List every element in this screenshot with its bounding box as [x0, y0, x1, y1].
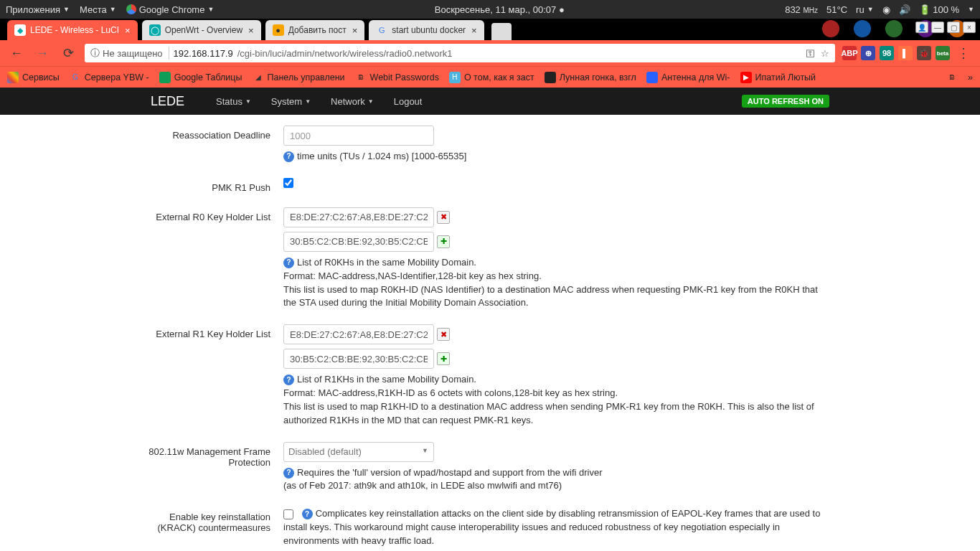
caret-down-icon: ▼: [368, 98, 374, 105]
delete-button[interactable]: ✖: [437, 211, 450, 224]
bookmark-item[interactable]: ◢Панель управлени: [253, 72, 345, 83]
browser-tab[interactable]: ◯ OpenWrt - Overview ×: [142, 20, 261, 40]
url-host: 192.168.117.9: [174, 48, 233, 59]
row-krack: Enable key reinstallation (KRACK) counte…: [147, 507, 833, 548]
url-input[interactable]: ⓘ Не защищено 192.168.117.9/cgi-bin/luci…: [85, 44, 835, 62]
new-tab-button[interactable]: [491, 23, 512, 40]
hint-r0: ?List of R0KHs in the same Mobility Doma…: [283, 256, 833, 310]
star-icon[interactable]: ☆: [821, 48, 829, 59]
favicon-icon: ●: [273, 24, 284, 36]
bookmark-item[interactable]: 🗎Webit Passwords: [355, 72, 439, 83]
tab-close-icon[interactable]: ×: [471, 25, 477, 36]
battery-icon[interactable]: 🔋 100 %: [919, 4, 960, 15]
ext-icon[interactable]: beta: [936, 46, 950, 60]
tab-title: LEDE - Wireless - LuCI: [30, 25, 119, 35]
chrome-menu-icon[interactable]: ⋮: [954, 44, 973, 62]
window-minimize-icon[interactable]: —: [931, 22, 944, 33]
ext-icon[interactable]: 🐞: [917, 46, 931, 60]
wifi-icon[interactable]: ◉: [882, 4, 890, 15]
chrome-profile-icon[interactable]: 👤: [915, 22, 928, 33]
chrome-icon: [126, 4, 136, 14]
tab-close-icon[interactable]: ×: [352, 25, 358, 36]
tab-title: OpenWrt - Overview: [165, 25, 242, 35]
caret-down-icon: ▼: [305, 98, 311, 105]
nav-system[interactable]: System ▼: [261, 96, 321, 107]
label-mfp: 802.11w Management Frame Protection: [147, 442, 283, 494]
input-reassoc[interactable]: [283, 126, 434, 146]
gnome-lang-menu[interactable]: ru ▼: [856, 4, 873, 15]
label-pmk: PMK R1 Push: [147, 178, 283, 193]
input-r1-1[interactable]: [283, 324, 434, 344]
nav-reload-button[interactable]: ⟳: [59, 44, 77, 62]
youtube-icon: ▶: [740, 72, 752, 83]
bookmark-item[interactable]: Антенна для Wi-: [646, 72, 730, 83]
gnome-temp: 51°C: [826, 4, 847, 15]
bookmark-item[interactable]: Google Таблицы: [159, 72, 242, 83]
input-r1-2[interactable]: [283, 349, 434, 369]
auto-refresh-badge[interactable]: AUTO REFRESH ON: [742, 95, 829, 108]
caret-down-icon: ▼: [110, 6, 116, 13]
bookmark-item[interactable]: 🗎: [946, 72, 958, 83]
bookmark-item[interactable]: HО том, как я заст: [449, 72, 534, 83]
browser-tab[interactable]: ● Добавить пост ×: [265, 20, 365, 40]
bookmark-item[interactable]: GСервера YBW -: [70, 72, 149, 83]
info-icon: ?: [283, 468, 294, 479]
antenna-icon: [646, 72, 658, 83]
caret-down-icon: ▼: [63, 6, 70, 13]
add-button[interactable]: ✚: [437, 352, 450, 365]
info-icon: ⓘ: [90, 47, 100, 60]
file-icon: 🗎: [355, 72, 367, 83]
nav-forward-button[interactable]: →: [33, 44, 52, 62]
gnome-system-menu[interactable]: ▼: [968, 6, 974, 13]
info-icon: ?: [302, 509, 313, 519]
browser-tab-active[interactable]: ◆ LEDE - Wireless - LuCI ×: [7, 20, 138, 40]
checkbox-krack[interactable]: [283, 509, 293, 519]
hint-mfp: ?Requires the 'full' version of wpad/hos…: [283, 466, 833, 494]
gnome-cpu-freq: 832 MHz: [785, 4, 818, 15]
file-icon: 🗎: [946, 72, 958, 83]
bookmark-item[interactable]: Лунная гонка, взгл: [545, 72, 636, 83]
bookmark-item[interactable]: ▶Ипатий Лютый: [740, 72, 816, 83]
hint-krack: ?Complicates key reinstallation attacks …: [283, 508, 820, 546]
tab-close-icon[interactable]: ×: [125, 25, 131, 36]
select-mfp[interactable]: Disabled (default): [283, 442, 434, 462]
gnome-places-menu[interactable]: Места ▼: [80, 4, 116, 15]
browser-tab[interactable]: G start ubuntu docker ×: [369, 20, 484, 40]
hint-reassoc: ?time units (TUs / 1.024 ms) [1000-65535…: [283, 150, 833, 164]
lede-brand[interactable]: LEDE: [151, 94, 184, 109]
lede-favicon-icon: ◆: [14, 24, 26, 36]
row-pmk-r1-push: PMK R1 Push: [147, 178, 833, 193]
label-r1: External R1 Key Holder List: [147, 324, 283, 427]
security-indicator[interactable]: ⓘ Не защищено: [90, 47, 169, 60]
tab-title: Добавить пост: [288, 25, 347, 35]
caret-down-icon: ▼: [207, 6, 214, 13]
bookmarks-overflow-icon[interactable]: »: [968, 72, 973, 83]
add-button[interactable]: ✚: [437, 235, 450, 248]
nav-logout[interactable]: Logout: [384, 96, 433, 107]
volume-icon[interactable]: 🔊: [899, 4, 910, 15]
ext-icon[interactable]: 98: [880, 46, 894, 60]
input-r0-2[interactable]: [283, 232, 434, 252]
label-reassoc: Reassociation Deadline: [147, 126, 283, 164]
bookmark-apps[interactable]: Сервисы: [7, 72, 60, 83]
delete-button[interactable]: ✖: [437, 328, 450, 341]
gnome-datetime: Воскресенье, 11 мар., 00:07 ●: [435, 4, 565, 15]
ext-icon[interactable]: ▌: [898, 46, 913, 60]
ext-adblock-icon[interactable]: ABP: [842, 46, 857, 60]
gnome-top-panel: Приложения ▼ Места ▼ Google Chrome ▼ Вос…: [0, 0, 980, 19]
window-close-icon[interactable]: ×: [963, 22, 976, 33]
nav-status[interactable]: Status ▼: [206, 96, 261, 107]
apps-icon: [7, 72, 19, 83]
checkbox-pmk-r1-push[interactable]: [283, 178, 293, 188]
input-r0-1[interactable]: [283, 207, 434, 227]
key-icon[interactable]: ⚿: [806, 48, 815, 59]
gnome-chrome-menu[interactable]: Google Chrome ▼: [126, 4, 215, 15]
window-maximize-icon[interactable]: ▢: [947, 22, 960, 33]
nav-back-button[interactable]: ←: [7, 44, 26, 62]
gnome-apps-menu[interactable]: Приложения ▼: [6, 4, 70, 15]
chrome-bookmarks-bar: Сервисы GСервера YBW - Google Таблицы ◢П…: [0, 66, 980, 88]
ext-icon[interactable]: ⊕: [861, 46, 875, 60]
row-reassociation-deadline: Reassociation Deadline ?time units (TUs …: [147, 126, 833, 164]
tab-close-icon[interactable]: ×: [248, 25, 254, 36]
nav-network[interactable]: Network ▼: [321, 96, 384, 107]
